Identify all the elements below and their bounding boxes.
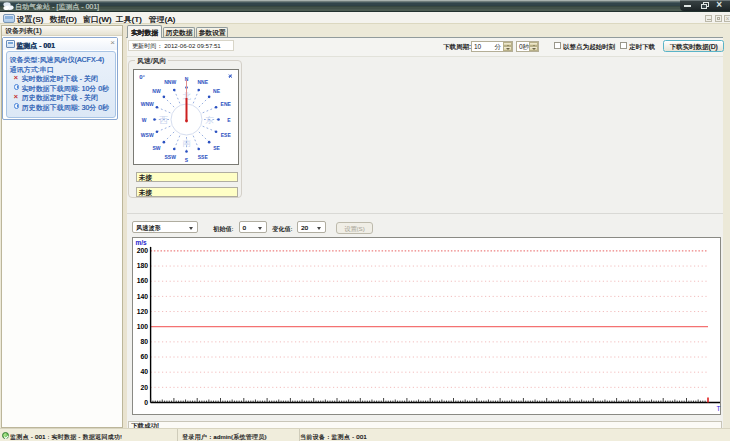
svg-text:200: 200 (136, 247, 148, 254)
svg-text:0°: 0° (139, 74, 145, 80)
svg-text:120: 120 (136, 307, 148, 314)
svg-text:SW: SW (152, 145, 160, 151)
svg-text:WNW: WNW (141, 101, 154, 107)
svg-text:SE: SE (213, 145, 220, 151)
svg-text:NE: NE (213, 88, 221, 94)
svg-text:60: 60 (140, 353, 148, 360)
svg-text:SSE: SSE (198, 154, 209, 160)
svg-text:100: 100 (136, 322, 148, 329)
svg-text:180: 180 (136, 262, 148, 269)
svg-text:NW: NW (152, 88, 161, 94)
svg-text:0: 0 (144, 398, 148, 405)
svg-text:20: 20 (140, 383, 148, 390)
svg-text:W: W (142, 117, 147, 123)
svg-text:ENE: ENE (221, 101, 232, 107)
svg-text:40: 40 (140, 368, 148, 375)
svg-text:m/s: m/s (135, 238, 147, 245)
svg-text:80: 80 (140, 338, 148, 345)
svg-text:T: T (716, 404, 720, 411)
svg-text:140: 140 (136, 292, 148, 299)
svg-text:NNW: NNW (164, 79, 176, 85)
svg-text:160: 160 (136, 277, 148, 284)
svg-text:ESE: ESE (221, 132, 232, 138)
svg-text:E: E (227, 117, 231, 123)
svg-text:S: S (185, 157, 189, 163)
svg-text:NNE: NNE (197, 79, 208, 85)
svg-text:WSW: WSW (141, 132, 154, 138)
svg-text:SSW: SSW (165, 154, 177, 160)
